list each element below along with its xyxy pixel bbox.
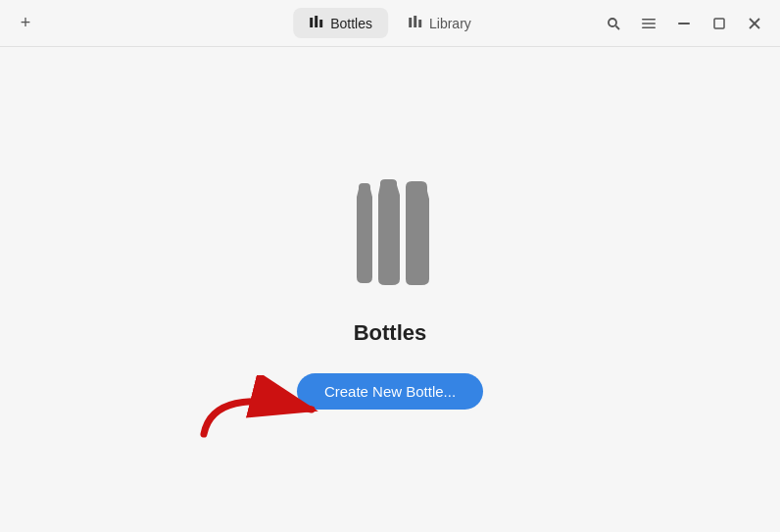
svg-rect-10 xyxy=(642,26,656,28)
tab-bottles-label: Bottles xyxy=(330,16,372,31)
red-arrow-icon xyxy=(194,375,331,444)
library-tab-icon xyxy=(408,14,423,32)
search-button[interactable] xyxy=(600,10,627,37)
svg-rect-1 xyxy=(315,16,317,27)
svg-rect-0 xyxy=(310,18,313,27)
center-area: Bottles Create New Bottle... xyxy=(297,169,483,410)
svg-point-6 xyxy=(609,19,616,26)
svg-rect-5 xyxy=(418,20,421,27)
minimize-button[interactable] xyxy=(670,10,698,37)
add-button[interactable]: + xyxy=(12,10,39,37)
svg-rect-12 xyxy=(714,19,724,28)
svg-rect-2 xyxy=(319,20,322,27)
close-button[interactable] xyxy=(741,10,768,37)
maximize-button[interactable] xyxy=(706,10,733,37)
svg-line-7 xyxy=(616,25,620,29)
bottles-tab-icon xyxy=(309,14,324,32)
tab-bottles[interactable]: Bottles xyxy=(293,8,388,38)
svg-rect-11 xyxy=(678,23,690,24)
svg-rect-4 xyxy=(414,16,416,27)
tab-library[interactable]: Library xyxy=(392,8,487,38)
main-content: Bottles Create New Bottle... xyxy=(0,47,780,532)
titlebar-left: + xyxy=(12,10,39,37)
arrow-container xyxy=(194,375,331,444)
svg-rect-3 xyxy=(409,18,412,27)
svg-rect-8 xyxy=(642,19,656,21)
titlebar: + Bottles Library xyxy=(0,0,780,47)
menu-button[interactable] xyxy=(635,10,662,37)
bottles-icon xyxy=(331,169,449,297)
titlebar-tabs: Bottles Library xyxy=(293,8,487,38)
page-title: Bottles xyxy=(354,320,427,346)
svg-rect-9 xyxy=(642,23,656,24)
tab-library-label: Library xyxy=(429,16,471,31)
titlebar-right xyxy=(600,10,768,37)
